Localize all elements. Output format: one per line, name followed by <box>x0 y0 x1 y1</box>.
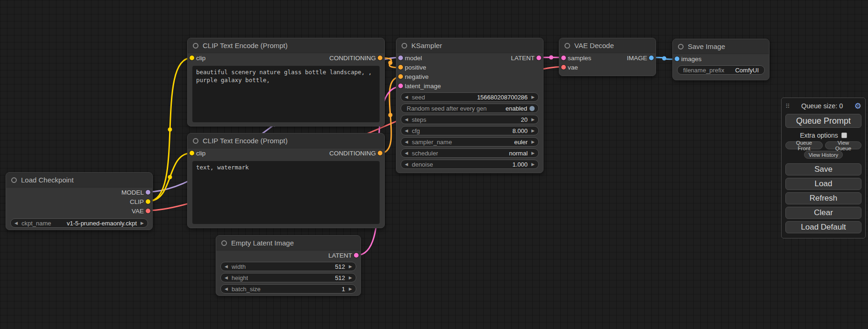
model-output-dot[interactable] <box>146 190 150 195</box>
clip-output-dot[interactable] <box>146 199 150 204</box>
save-button[interactable]: Save <box>785 163 861 175</box>
node-title-bar[interactable]: Empty Latent Image <box>216 236 360 251</box>
cfg-widget[interactable]: ◀ cfg 8.000 ▶ <box>401 126 539 135</box>
widget-value: 156680208700286 <box>477 94 528 101</box>
view-history-button[interactable]: View History <box>804 151 843 159</box>
next-arrow-icon[interactable]: ▶ <box>349 265 352 269</box>
node-ksampler[interactable]: KSampler LATENT model positive negative … <box>396 38 543 173</box>
refresh-button[interactable]: Refresh <box>785 192 861 204</box>
widget-label: cfg <box>412 127 420 134</box>
negative-input-dot[interactable] <box>398 74 403 79</box>
prev-arrow-icon[interactable]: ◀ <box>405 140 408 144</box>
vae-output-dot[interactable] <box>146 209 150 213</box>
drag-handle-icon[interactable]: ⠿ <box>785 103 790 110</box>
settings-gear-icon[interactable]: ⚙ <box>854 102 861 110</box>
output-label: CONDITIONING <box>329 55 376 62</box>
node-title-bar[interactable]: Save Image <box>673 39 769 54</box>
prev-arrow-icon[interactable]: ◀ <box>14 221 18 225</box>
prev-arrow-icon[interactable]: ◀ <box>405 162 408 167</box>
load-default-button[interactable]: Load Default <box>785 221 861 233</box>
collapse-dot-icon[interactable] <box>678 44 684 49</box>
widget-label: width <box>232 263 246 270</box>
next-arrow-icon[interactable]: ▶ <box>531 118 535 122</box>
prev-arrow-icon[interactable]: ◀ <box>225 265 228 269</box>
vae-input-dot[interactable] <box>561 65 566 70</box>
width-widget[interactable]: ◀ width 512 ▶ <box>220 262 356 271</box>
widget-label: steps <box>412 116 426 123</box>
collapse-dot-icon[interactable] <box>221 240 227 246</box>
prev-arrow-icon[interactable]: ◀ <box>405 151 408 155</box>
samples-input-dot[interactable] <box>561 56 566 60</box>
scheduler-widget[interactable]: ◀ scheduler normal ▶ <box>401 148 539 158</box>
prev-arrow-icon[interactable]: ◀ <box>405 118 408 122</box>
queue-prompt-button[interactable]: Queue Prompt <box>785 114 861 128</box>
node-save-image[interactable]: Save Image images filename_prefix ComfyU… <box>672 39 769 80</box>
next-arrow-icon[interactable]: ▶ <box>531 151 535 155</box>
next-arrow-icon[interactable]: ▶ <box>349 287 352 291</box>
input-label: latent_image <box>405 83 441 90</box>
next-arrow-icon[interactable]: ▶ <box>349 276 352 280</box>
conditioning-output-dot[interactable] <box>378 151 382 155</box>
toggle-dot-icon[interactable] <box>529 106 535 111</box>
positive-input-dot[interactable] <box>398 65 403 70</box>
prev-arrow-icon[interactable]: ◀ <box>225 287 228 291</box>
next-arrow-icon[interactable]: ▶ <box>531 129 535 133</box>
queue-front-button[interactable]: Queue Front <box>785 141 823 149</box>
images-input-dot[interactable] <box>675 56 679 61</box>
negative-prompt-textarea[interactable]: text, watermark <box>192 161 380 224</box>
output-slot-clip: CLIP <box>6 197 152 206</box>
input-slot-vae: vae <box>559 63 656 72</box>
widget-value: euler <box>514 139 528 146</box>
node-empty-latent-image[interactable]: Empty Latent Image LATENT ◀ width 512 ▶ … <box>216 235 361 296</box>
steps-widget[interactable]: ◀ steps 20 ▶ <box>401 115 539 124</box>
prev-arrow-icon[interactable]: ◀ <box>405 95 408 99</box>
next-arrow-icon[interactable]: ▶ <box>531 140 535 144</box>
latent-output-dot[interactable] <box>354 253 359 258</box>
widget-label: sampler_name <box>412 139 452 146</box>
height-widget[interactable]: ◀ height 512 ▶ <box>220 273 356 282</box>
random-seed-widget[interactable]: Random seed after every gen enabled <box>401 104 539 113</box>
node-load-checkpoint[interactable]: Load Checkpoint MODEL CLIP VAE ◀ ckpt_na… <box>6 172 153 230</box>
node-clip-text-encode-positive[interactable]: CLIP Text Encode (Prompt) clip CONDITION… <box>187 38 385 126</box>
collapse-dot-icon[interactable] <box>565 43 570 49</box>
next-arrow-icon[interactable]: ▶ <box>141 221 144 225</box>
clip-input-dot[interactable] <box>190 56 194 60</box>
clip-input-dot[interactable] <box>190 151 194 155</box>
view-history-row: View History <box>785 151 861 159</box>
sampler-name-widget[interactable]: ◀ sampler_name euler ▶ <box>401 137 539 147</box>
latent-image-input-dot[interactable] <box>398 84 403 88</box>
load-button[interactable]: Load <box>785 178 861 190</box>
input-label: vae <box>568 64 578 71</box>
next-arrow-icon[interactable]: ▶ <box>531 95 535 99</box>
node-vae-decode[interactable]: VAE Decode IMAGE samples vae <box>559 38 656 76</box>
output-label: CLIP <box>130 198 144 205</box>
node-title-bar[interactable]: VAE Decode <box>559 38 656 53</box>
node-title-bar[interactable]: CLIP Text Encode (Prompt) <box>188 133 384 148</box>
widget-value: normal <box>509 150 528 157</box>
ckpt-name-widget[interactable]: ◀ ckpt_name v1-5-pruned-emaonly.ckpt ▶ <box>10 218 148 228</box>
node-title-bar[interactable]: CLIP Text Encode (Prompt) <box>188 38 384 53</box>
collapse-dot-icon[interactable] <box>11 177 17 183</box>
seed-widget[interactable]: ◀ seed 156680208700286 ▶ <box>401 92 539 102</box>
positive-prompt-textarea[interactable]: beautiful scenery nature glass bottle la… <box>192 66 380 122</box>
next-arrow-icon[interactable]: ▶ <box>531 162 535 167</box>
clear-button[interactable]: Clear <box>785 207 861 219</box>
batch-size-widget[interactable]: ◀ batch_size 1 ▶ <box>220 284 356 294</box>
model-input-dot[interactable] <box>398 56 403 60</box>
node-title-bar[interactable]: Load Checkpoint <box>6 173 152 188</box>
collapse-dot-icon[interactable] <box>402 43 407 49</box>
input-label: samples <box>568 55 591 62</box>
node-title-bar[interactable]: KSampler <box>396 38 543 53</box>
extra-options-checkbox[interactable] <box>841 133 847 138</box>
prev-arrow-icon[interactable]: ◀ <box>405 129 408 133</box>
input-label: negative <box>405 73 429 80</box>
collapse-dot-icon[interactable] <box>193 138 198 144</box>
filename-prefix-widget[interactable]: filename_prefix ComfyUI <box>677 65 765 75</box>
prev-arrow-icon[interactable]: ◀ <box>225 276 228 280</box>
view-queue-button[interactable]: View Queue <box>825 141 861 149</box>
conditioning-output-dot[interactable] <box>378 56 382 60</box>
widget-value: ComfyUI <box>735 67 759 74</box>
denoise-widget[interactable]: ◀ denoise 1.000 ▶ <box>401 160 539 169</box>
collapse-dot-icon[interactable] <box>193 43 198 49</box>
node-clip-text-encode-negative[interactable]: CLIP Text Encode (Prompt) clip CONDITION… <box>187 133 385 228</box>
